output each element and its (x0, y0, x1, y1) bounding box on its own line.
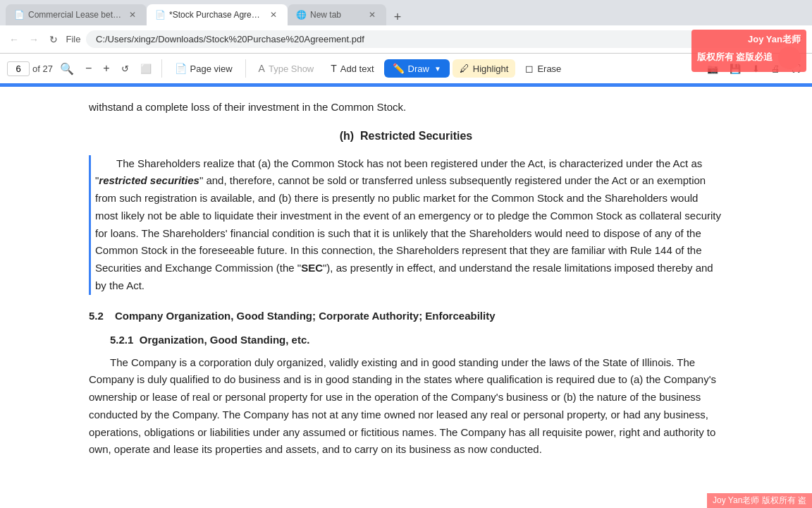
page-view-button[interactable]: 📄 Page view (168, 59, 240, 78)
erase-icon: ◻ (525, 63, 534, 74)
sep1 (161, 59, 162, 78)
zoom-out-button[interactable]: − (81, 59, 96, 78)
section-521-text: Organization, Good Standing, etc. (140, 334, 310, 346)
tab-icon-2: 📄 (155, 10, 165, 20)
tab-label-3: New tab (310, 10, 362, 20)
restricted-securities-text: restricted securities (99, 174, 199, 186)
para1-part1: The Shareholders realize that (a) the Co… (95, 157, 721, 291)
page-view-label: Page view (190, 64, 233, 74)
highlight-button[interactable]: 🖊 Highlight (453, 59, 516, 78)
pdf-page: withstand a complete loss of their inves… (89, 99, 723, 459)
tab-commercial-lease[interactable]: 📄 Commercial Lease between the... ✕ (6, 4, 147, 25)
bottom-watermark: Joy Yan老师 版权所有 盗 (707, 493, 812, 508)
erase-label: Erase (537, 64, 561, 74)
page-number-input[interactable] (7, 61, 30, 76)
file-label: File (66, 32, 80, 47)
section-521-title: 5.2.1 Organization, Good Standing, etc. (110, 332, 723, 349)
watermark-avatar (778, 47, 801, 69)
refresh-button[interactable]: ↻ (47, 32, 61, 47)
sep2 (245, 59, 246, 78)
draw-dropdown-icon: ▼ (434, 65, 441, 73)
zoom-in-button[interactable]: + (99, 59, 113, 78)
company-organization-paragraph: The Company is a corporation duly organi… (89, 354, 723, 459)
draw-button[interactable]: ✏️ Draw ▼ (384, 59, 450, 78)
restricted-securities-paragraph: The Shareholders realize that (a) the Co… (89, 155, 723, 295)
rotation-button[interactable]: ↺ (117, 61, 133, 77)
tab-new[interactable]: 🌐 New tab ✕ (288, 4, 386, 25)
forward-button[interactable]: → (27, 32, 41, 47)
watermark: Joy Yan老师 版权所有 盗版必追 (691, 30, 806, 72)
section-52-title: Company Organization, Good Standing; Cor… (115, 310, 495, 322)
page-total: of 27 (32, 64, 53, 74)
add-text-icon: T (331, 63, 337, 74)
sec-text: SEC (301, 262, 323, 274)
page-number-group: of 27 (7, 61, 53, 76)
intro-paragraph: withstand a complete loss of their inves… (89, 99, 723, 116)
tab-icon-1: 📄 (14, 10, 24, 20)
add-text-button[interactable]: T Add text (324, 59, 381, 78)
tab-label-1: Commercial Lease between the... (28, 10, 123, 20)
tab-bar: 📄 Commercial Lease between the... ✕ 📄 *S… (0, 0, 812, 25)
section-h-heading: (h) Restricted Securities (89, 127, 723, 145)
section-521-label: 5.2.1 (110, 334, 133, 346)
pdf-toolbar: of 27 🔍 − + ↺ ⬜ 📄 Page view A Type Show … (0, 54, 812, 85)
address-bar: ← → ↻ File ☆ (0, 25, 812, 54)
highlight-label: Highlight (473, 64, 509, 74)
type-show-icon: A (259, 63, 265, 74)
bottom-watermark-text: Joy Yan老师 版权所有 盗 (713, 495, 806, 505)
tab-close-1[interactable]: ✕ (127, 9, 138, 20)
add-tab-button[interactable]: + (389, 8, 406, 25)
section-52-label: 5.2 (89, 310, 104, 322)
highlight-icon: 🖊 (460, 63, 469, 74)
watermark-line1: Joy Yan老师 (748, 34, 801, 44)
company-org-text: The Company is a corporation duly organi… (89, 356, 716, 456)
pdf-content: withstand a complete loss of their inves… (0, 85, 812, 508)
draw-icon: ✏️ (393, 63, 405, 74)
section-52: 5.2 Company Organization, Good Standing;… (89, 308, 723, 325)
page-view-icon: 📄 (175, 63, 187, 74)
erase-button[interactable]: ◻ Erase (518, 59, 568, 78)
watermark-line2: 版权所有 盗版必追 (697, 52, 773, 62)
address-input[interactable] (86, 30, 785, 48)
tab-label-2: *Stock Purchase Agreement.pdf (169, 10, 264, 20)
add-text-label: Add text (340, 64, 374, 74)
section-h-label: (h) (340, 130, 354, 142)
tab-close-2[interactable]: ✕ (268, 9, 279, 20)
type-show-button[interactable]: A Type Show (252, 59, 321, 78)
fit-page-button[interactable]: ⬜ (136, 61, 156, 77)
type-show-label: Type Show (269, 64, 314, 74)
blue-top-line (0, 85, 812, 87)
tab-icon-3: 🌐 (296, 10, 306, 20)
tab-close-3[interactable]: ✕ (367, 9, 378, 20)
zoom-search-button[interactable]: 🔍 (56, 59, 78, 78)
tab-stock-purchase[interactable]: 📄 *Stock Purchase Agreement.pdf ✕ (147, 4, 288, 25)
draw-label: Draw (408, 64, 429, 74)
back-button[interactable]: ← (7, 32, 21, 47)
section-h-title: Restricted Securities (360, 130, 472, 142)
